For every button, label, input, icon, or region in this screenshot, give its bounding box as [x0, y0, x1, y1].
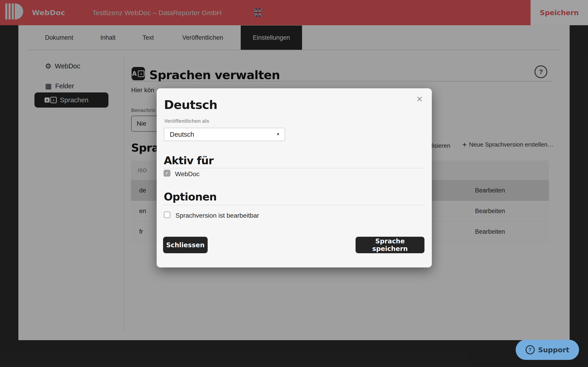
save-language-button[interactable]: Sprache speichern — [355, 237, 424, 253]
webdoc-checkbox[interactable]: ✓ — [164, 170, 170, 177]
editable-checkbox[interactable] — [164, 211, 170, 218]
close-icon[interactable]: × — [415, 93, 424, 104]
publish-as-value: Deutsch — [170, 131, 194, 138]
support-button[interactable]: ? Support — [516, 340, 579, 360]
section-divider — [164, 205, 425, 205]
publish-as-label: Veröffentlichen als — [164, 118, 209, 124]
active-for-heading: Aktiv für — [164, 154, 213, 167]
section-divider — [164, 168, 425, 168]
modal-title: Deutsch — [164, 98, 217, 112]
check-icon: ✓ — [165, 170, 169, 176]
chevron-down-icon: ▼ — [276, 132, 280, 137]
support-label: Support — [538, 346, 569, 354]
app-root: WebDoc Testlizenz WebDoc – DataReporter … — [0, 0, 588, 367]
modal-close-button[interactable]: Schliessen — [163, 237, 208, 253]
language-modal: Deutsch × Veröffentlichen als Deutsch ▼ … — [157, 88, 432, 267]
editable-checkbox-label: Sprachversion ist bearbeitbar — [175, 212, 259, 219]
help-circle-icon: ? — [526, 345, 535, 354]
webdoc-checkbox-label: WebDoc — [175, 170, 199, 178]
options-heading: Optionen — [164, 191, 216, 203]
publish-as-select[interactable]: Deutsch ▼ — [164, 128, 285, 141]
